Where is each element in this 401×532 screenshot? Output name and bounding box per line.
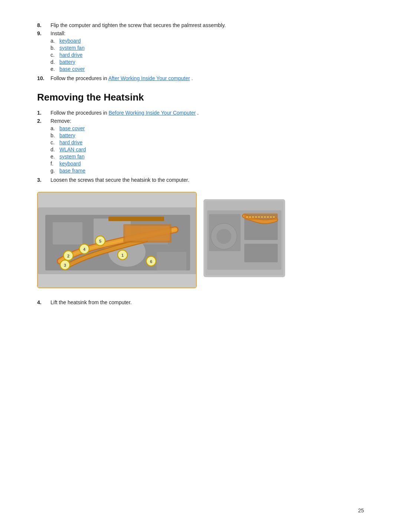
svg-text:3: 3 bbox=[64, 263, 66, 267]
svg-text:5: 5 bbox=[99, 239, 101, 243]
hs-sub-label-d: d. bbox=[50, 147, 59, 152]
hs-step-3: 3. Loosen the screws that secure the hea… bbox=[37, 177, 364, 183]
hs-sub-item-b: b. battery bbox=[50, 132, 364, 138]
page-number: 25 bbox=[358, 508, 364, 513]
hs-step-4-text: Lift the heatsink from the computer. bbox=[50, 299, 364, 305]
link-battery-remove[interactable]: battery bbox=[59, 132, 75, 138]
hs-sub-item-a: a. base cover bbox=[50, 125, 364, 131]
hs-sub-label-g: g. bbox=[50, 168, 59, 174]
link-base-cover-install[interactable]: base cover bbox=[59, 66, 85, 72]
link-hard-drive-install[interactable]: hard drive bbox=[59, 52, 82, 58]
sub-label-9e: e. bbox=[50, 66, 59, 72]
diagram-main: 1 2 3 4 5 6 bbox=[37, 192, 197, 288]
diagram-side bbox=[203, 199, 285, 277]
hs-step-4-number: 4. bbox=[37, 299, 50, 305]
step-10-content: Follow the procedures in After Working I… bbox=[50, 75, 364, 81]
step-8: 8. Flip the computer and tighten the scr… bbox=[37, 22, 364, 28]
svg-point-30 bbox=[216, 229, 231, 244]
step-10: 10. Follow the procedures in After Worki… bbox=[37, 75, 364, 81]
link-system-fan-install[interactable]: system fan bbox=[59, 45, 85, 51]
heatsink-side-diagram-svg bbox=[203, 199, 285, 277]
sub-item-9c: c. hard drive bbox=[50, 52, 364, 58]
link-hard-drive-remove[interactable]: hard drive bbox=[59, 139, 82, 145]
step-8-text: Flip the computer and tighten the screw … bbox=[50, 22, 364, 28]
hs-sub-item-e: e. system fan bbox=[50, 154, 364, 160]
page-content: 8. Flip the computer and tighten the scr… bbox=[0, 0, 401, 338]
svg-rect-6 bbox=[157, 252, 186, 270]
sub-item-9b: b. system fan bbox=[50, 45, 364, 51]
sub-label-9c: c. bbox=[50, 52, 59, 58]
link-keyboard-install[interactable]: keyboard bbox=[59, 38, 81, 44]
step-9-number: 9. bbox=[37, 30, 50, 73]
step-10-text-after: . bbox=[192, 75, 193, 81]
hs-step-4: 4. Lift the heatsink from the computer. bbox=[37, 299, 364, 305]
hs-step-3-text: Loosen the screws that secure the heatsi… bbox=[50, 177, 364, 183]
hs-step-2-text: Remove: bbox=[50, 118, 71, 124]
svg-rect-3 bbox=[53, 222, 82, 244]
hs-sub-label-a: a. bbox=[50, 125, 59, 131]
diagram-container: 1 2 3 4 5 6 bbox=[37, 192, 364, 288]
sub-label-9b: b. bbox=[50, 45, 59, 51]
section-title-heatsink: Removing the Heatsink bbox=[37, 92, 364, 103]
hs-sub-label-e: e. bbox=[50, 154, 59, 160]
step-10-number: 10. bbox=[37, 75, 50, 81]
svg-text:1: 1 bbox=[121, 253, 124, 257]
link-after-working[interactable]: After Working Inside Your computer bbox=[108, 75, 190, 81]
hs-step-1-text-before: Follow the procedures in bbox=[50, 110, 108, 116]
hs-step-1: 1. Follow the procedures in Before Worki… bbox=[37, 110, 364, 116]
link-battery-install[interactable]: battery bbox=[59, 59, 75, 65]
step-9-text: Install: bbox=[50, 30, 65, 36]
sub-item-9e: e. base cover bbox=[50, 66, 364, 72]
hs-step-2-sublist: a. base cover b. battery c. hard drive d… bbox=[50, 125, 364, 174]
step-9-sublist: a. keyboard b. system fan c. hard drive … bbox=[50, 38, 364, 72]
link-keyboard-remove[interactable]: keyboard bbox=[59, 161, 81, 167]
step-9: 9. Install: a. keyboard b. system fan c.… bbox=[37, 30, 364, 73]
hs-sub-item-f: f. keyboard bbox=[50, 161, 364, 167]
sub-label-9a: a. bbox=[50, 38, 59, 44]
sub-label-9d: d. bbox=[50, 59, 59, 65]
link-base-cover-remove[interactable]: base cover bbox=[59, 125, 85, 131]
hs-sub-label-b: b. bbox=[50, 132, 59, 138]
sub-item-9a: a. keyboard bbox=[50, 38, 364, 44]
hs-sub-label-c: c. bbox=[50, 139, 59, 145]
step-8-number: 8. bbox=[37, 22, 50, 28]
svg-rect-10 bbox=[108, 217, 164, 221]
svg-text:4: 4 bbox=[83, 247, 86, 252]
hs-step-2: 2. Remove: a. base cover b. battery c. h… bbox=[37, 118, 364, 175]
hs-sub-item-d: d. WLAN card bbox=[50, 147, 364, 152]
heatsink-diagram-svg: 1 2 3 4 5 6 bbox=[38, 193, 197, 288]
hs-step-1-text-after: . bbox=[197, 110, 199, 116]
step-9-content: Install: a. keyboard b. system fan c. ha… bbox=[50, 30, 364, 73]
sub-item-9d: d. battery bbox=[50, 59, 364, 65]
hs-step-3-number: 3. bbox=[37, 177, 50, 183]
svg-rect-9 bbox=[125, 226, 170, 241]
hs-step-1-content: Follow the procedures in Before Working … bbox=[50, 110, 364, 116]
hs-sub-item-c: c. hard drive bbox=[50, 139, 364, 145]
hs-sub-item-g: g. base frame bbox=[50, 168, 364, 174]
svg-rect-28 bbox=[244, 244, 278, 262]
hs-sub-label-f: f. bbox=[50, 161, 59, 167]
link-system-fan-remove[interactable]: system fan bbox=[59, 154, 85, 160]
hs-step-1-number: 1. bbox=[37, 110, 50, 116]
step-10-text-before: Follow the procedures in bbox=[50, 75, 108, 81]
hs-step-2-content: Remove: a. base cover b. battery c. hard… bbox=[50, 118, 364, 175]
svg-text:2: 2 bbox=[67, 254, 69, 258]
link-wlan-card-remove[interactable]: WLAN card bbox=[59, 147, 86, 152]
svg-text:6: 6 bbox=[150, 259, 152, 264]
link-base-frame-remove[interactable]: base frame bbox=[59, 168, 85, 174]
link-before-working[interactable]: Before Working Inside Your Computer bbox=[108, 110, 196, 116]
hs-step-2-number: 2. bbox=[37, 118, 50, 175]
